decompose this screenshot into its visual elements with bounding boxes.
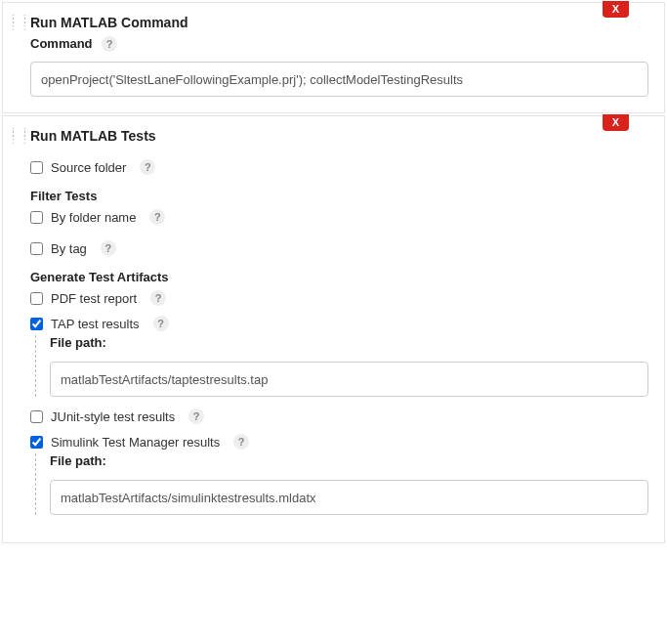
help-icon[interactable]: ? <box>233 434 249 450</box>
simulink-results-label: Simulink Test Manager results <box>51 435 220 450</box>
source-folder-checkbox[interactable] <box>30 161 43 174</box>
by-tag-checkbox[interactable] <box>30 242 43 255</box>
by-folder-checkbox[interactable] <box>30 211 43 224</box>
pdf-report-label: PDF test report <box>51 291 137 306</box>
help-icon[interactable]: ? <box>150 290 166 306</box>
junit-results-label: JUnit-style test results <box>51 409 175 424</box>
help-icon[interactable]: ? <box>140 159 155 175</box>
simulink-results-checkbox[interactable] <box>30 436 43 449</box>
tap-path-input[interactable] <box>50 362 648 397</box>
by-tag-label: By tag <box>51 241 87 256</box>
tap-path-label: File path: <box>50 335 648 350</box>
help-icon[interactable]: ? <box>101 240 116 256</box>
drag-handle-icon[interactable]: ⋮⋮⋮⋮⋮⋮ <box>8 17 18 28</box>
artifacts-heading: Generate Test Artifacts <box>30 270 648 284</box>
filter-tests-heading: Filter Tests <box>30 189 648 203</box>
simulink-path-label: File path: <box>50 453 648 468</box>
block-run-matlab-tests: ⋮⋮⋮⋮⋮⋮ X Run MATLAB Tests Source folder … <box>2 115 665 543</box>
help-icon[interactable]: ? <box>188 408 204 424</box>
tap-nested: File path: <box>35 335 648 397</box>
by-folder-label: By folder name <box>51 210 136 225</box>
drag-handle-icon[interactable]: ⋮⋮⋮⋮⋮⋮ <box>8 130 18 142</box>
help-icon[interactable]: ? <box>153 316 169 331</box>
junit-results-checkbox[interactable] <box>30 410 43 423</box>
command-input[interactable] <box>30 62 648 97</box>
simulink-path-input[interactable] <box>50 480 648 515</box>
block-run-matlab-command: ⋮⋮⋮⋮⋮⋮ X Run MATLAB Command Command ? <box>2 2 665 113</box>
delete-button[interactable]: X <box>603 1 629 18</box>
source-folder-label: Source folder <box>51 160 126 175</box>
simulink-nested: File path: <box>35 453 648 515</box>
tap-results-label: TAP test results <box>51 317 140 331</box>
help-icon[interactable]: ? <box>149 209 165 225</box>
block-title: Run MATLAB Tests <box>30 128 648 144</box>
pdf-report-checkbox[interactable] <box>30 292 43 305</box>
command-label: Command <box>30 36 93 51</box>
block-title: Run MATLAB Command <box>30 15 648 30</box>
delete-button[interactable]: X <box>603 114 629 131</box>
help-icon[interactable]: ? <box>102 36 117 52</box>
tap-results-checkbox[interactable] <box>30 318 43 330</box>
